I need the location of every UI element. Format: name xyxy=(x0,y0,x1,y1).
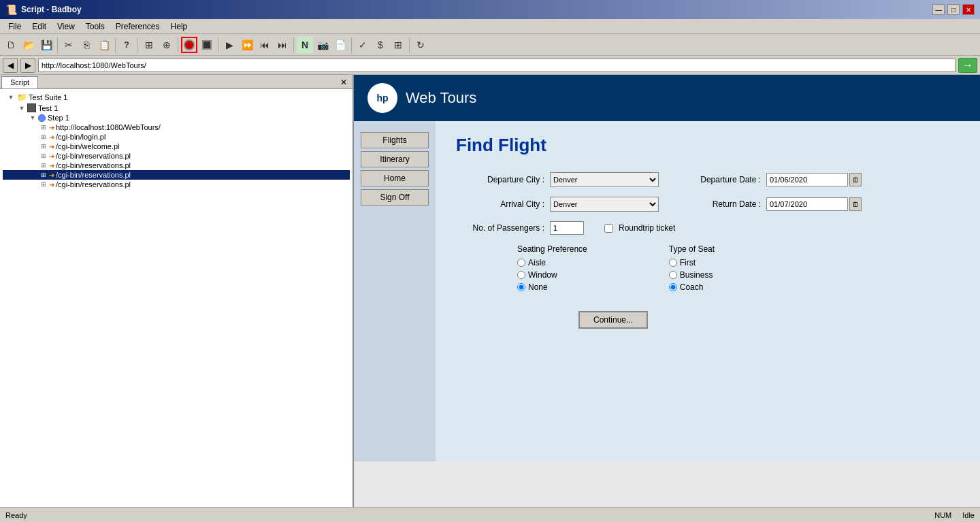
address-input[interactable]: http://localhost:1080/WebTours/ xyxy=(38,59,956,72)
seat-business-radio[interactable] xyxy=(669,271,677,279)
expander-suite[interactable]: ▼ xyxy=(5,94,16,101)
help-button[interactable]: ? xyxy=(118,37,135,53)
arrival-city-label: Arrival City : xyxy=(456,199,544,209)
play-button[interactable]: ▶ xyxy=(221,37,238,53)
tree-url-1[interactable]: ⊞ ➜ http://localhost:1080/WebTours/ xyxy=(3,123,350,132)
expander-url5[interactable]: ⊞ xyxy=(38,162,49,169)
tab-script[interactable]: Script xyxy=(1,76,38,88)
menu-tools[interactable]: Tools xyxy=(80,20,110,33)
departure-date-input[interactable] xyxy=(766,173,848,186)
return-date-label: Return Date : xyxy=(672,199,761,209)
new-button[interactable]: 🗋 xyxy=(3,37,19,53)
tree-url-6[interactable]: ⊞ ➜ /cgi-bin/reservations.pl xyxy=(3,170,350,180)
copy-button[interactable]: ⎘ xyxy=(78,37,95,53)
expander-url6[interactable]: ⊞ xyxy=(38,172,49,178)
tree-test1-label: Test 1 xyxy=(38,104,58,112)
seating-window-row: Window xyxy=(517,270,587,280)
tree-url-2[interactable]: ⊞ ➜ /cgi-bin/login.pl xyxy=(3,132,350,142)
departure-city-label: Departure City : xyxy=(456,175,544,184)
fast-forward-button[interactable]: ⏩ xyxy=(239,37,255,53)
seating-label: Seating Preference xyxy=(517,244,587,254)
seating-window-radio[interactable] xyxy=(517,271,525,279)
refresh-button[interactable]: ↻ xyxy=(412,37,429,53)
tree-url-2-label: /cgi-bin/login.pl xyxy=(56,133,105,141)
expander-url1[interactable]: ⊞ xyxy=(38,124,49,131)
paste-button[interactable]: 📋 xyxy=(96,37,112,53)
minimize-button[interactable]: — xyxy=(932,4,945,15)
address-bar: ◀ ▶ http://localhost:1080/WebTours/ → xyxy=(0,56,980,75)
camera-button[interactable]: 📷 xyxy=(314,37,331,53)
add-item-button[interactable]: ⊞ xyxy=(141,37,157,53)
n-button[interactable]: N xyxy=(297,37,313,53)
find-flight-title: Find Flight xyxy=(456,135,960,156)
prev-button[interactable]: ⏮ xyxy=(257,37,273,53)
forward-button[interactable]: ▶ xyxy=(20,58,35,73)
seat-first-radio[interactable] xyxy=(669,259,677,267)
departure-city-select[interactable]: Denver New York Los Angeles Chicago xyxy=(550,172,659,187)
add-item2-button[interactable]: ⊕ xyxy=(159,37,175,53)
menu-preferences[interactable]: Preferences xyxy=(110,20,165,33)
arrival-city-select[interactable]: Denver New York Los Angeles Chicago xyxy=(550,197,659,212)
menu-edit[interactable]: Edit xyxy=(27,20,52,33)
close-window-button[interactable]: ✕ xyxy=(962,4,975,15)
check-button[interactable]: ✓ xyxy=(355,37,371,53)
seat-type-label: Type of Seat xyxy=(669,244,715,254)
dollar-button[interactable]: $ xyxy=(372,37,389,53)
expander-test1[interactable]: ▼ xyxy=(16,105,27,112)
go-button[interactable]: → xyxy=(958,58,977,73)
menu-help[interactable]: Help xyxy=(165,20,193,33)
nav-flights[interactable]: Flights xyxy=(361,132,429,148)
menu-file[interactable]: File xyxy=(3,20,27,33)
next-button[interactable]: ⏭ xyxy=(274,37,291,53)
stop-button[interactable] xyxy=(199,37,215,53)
seating-aisle-radio[interactable] xyxy=(517,259,525,267)
arrow-icon-5: ➜ xyxy=(49,162,54,169)
menu-view[interactable]: View xyxy=(52,20,80,33)
title-bar-controls: — □ ✕ xyxy=(932,4,975,15)
menu-bar: File Edit View Tools Preferences Help xyxy=(0,19,980,34)
grid-button[interactable]: ⊞ xyxy=(390,37,406,53)
step-icon xyxy=(38,114,46,122)
toolbar-sep-7 xyxy=(351,37,352,52)
expander-url3[interactable]: ⊞ xyxy=(38,143,49,150)
departure-cal-button[interactable]: 🗓 xyxy=(849,173,862,186)
tab-close[interactable]: ✕ xyxy=(336,76,351,88)
status-text: Ready xyxy=(5,511,27,519)
seating-aisle-label: Aisle xyxy=(528,258,546,267)
back-button[interactable]: ◀ xyxy=(3,58,18,73)
tree-url-4[interactable]: ⊞ ➜ /cgi-bin/reservations.pl xyxy=(3,151,350,161)
expander-url4[interactable]: ⊞ xyxy=(38,152,49,159)
nav-itinerary[interactable]: Itinerary xyxy=(361,151,429,167)
nav-signoff[interactable]: Sign Off xyxy=(361,189,429,206)
record-button[interactable] xyxy=(181,37,197,53)
seat-business-row: Business xyxy=(669,270,715,280)
doc-button[interactable]: 📄 xyxy=(332,37,348,53)
continue-button[interactable]: Continue... xyxy=(578,311,648,329)
nav-home[interactable]: Home xyxy=(361,170,429,186)
title-bar: 📜 Script - Badboy — □ ✕ xyxy=(0,0,980,19)
seating-window-label: Window xyxy=(528,270,557,280)
tree-url-5-label: /cgi-bin/reservations.pl xyxy=(56,161,131,169)
passengers-input[interactable] xyxy=(550,221,584,235)
wt-content: Find Flight Departure City : Denver New … xyxy=(436,121,980,461)
tree-step1[interactable]: ▼ Step 1 xyxy=(3,113,350,123)
tree-test-suite[interactable]: ▼ 📁 Test Suite 1 xyxy=(3,92,350,103)
roundtrip-checkbox[interactable] xyxy=(604,224,613,233)
expander-step1[interactable]: ▼ xyxy=(27,114,38,121)
tree-url-3[interactable]: ⊞ ➜ /cgi-bin/welcome.pl xyxy=(3,142,350,151)
wt-logo: hp xyxy=(368,83,397,113)
tree-test1[interactable]: ▼ Test 1 xyxy=(3,103,350,113)
expander-url2[interactable]: ⊞ xyxy=(38,133,49,140)
expander-url7[interactable]: ⊞ xyxy=(38,181,49,188)
return-date-input[interactable] xyxy=(766,197,848,211)
tree-url-7[interactable]: ⊞ ➜ /cgi-bin/reservations.pl xyxy=(3,180,350,189)
maximize-button[interactable]: □ xyxy=(947,4,960,15)
cut-button[interactable]: ✂ xyxy=(61,37,77,53)
save-button[interactable]: 💾 xyxy=(38,37,54,53)
open-button[interactable]: 📂 xyxy=(20,37,37,53)
return-cal-button[interactable]: 🗓 xyxy=(849,197,862,211)
seat-coach-radio[interactable] xyxy=(669,283,677,291)
seating-none-radio[interactable] xyxy=(517,283,525,291)
tree-url-5[interactable]: ⊞ ➜ /cgi-bin/reservations.pl xyxy=(3,161,350,170)
seat-type-section: Type of Seat First Business Coach xyxy=(669,244,715,295)
